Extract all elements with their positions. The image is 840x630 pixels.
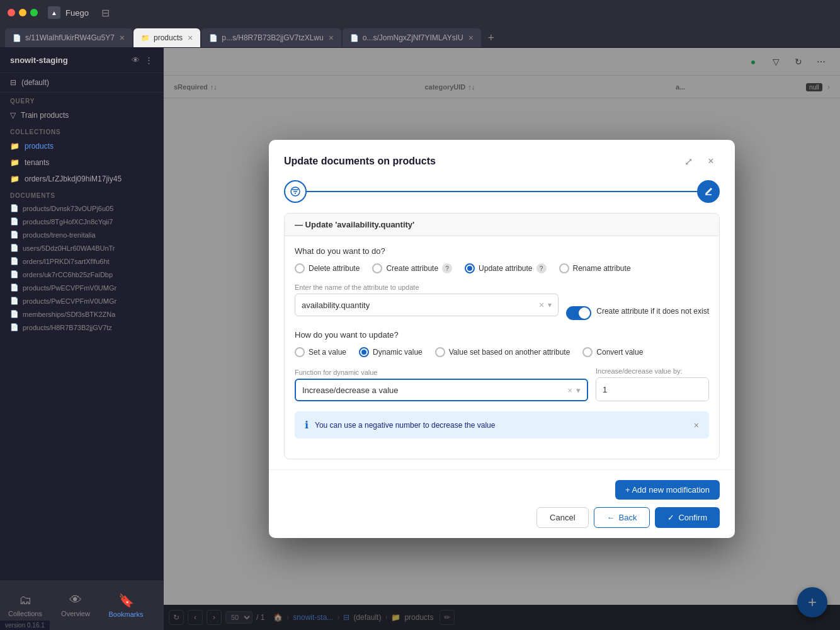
doc-item-5[interactable]: 📄 orders/uk7rCC6hb25zFaiDbp: [0, 268, 163, 281]
mod-card-body: What do you want to do? Delete attribute…: [285, 236, 719, 459]
increase-value-input[interactable]: [596, 378, 709, 401]
doc-item-9[interactable]: 📄 products/H8R7B73B2jjGV7tz: [0, 321, 163, 334]
radio-convert[interactable]: Convert value: [582, 347, 643, 357]
sidebar-item-orders[interactable]: 📁 orders/LrZJbkdj09hiM17jiy45: [0, 171, 163, 187]
create-attr-toggle[interactable]: [566, 306, 591, 320]
sidebar-item-products[interactable]: 📁 products: [0, 138, 163, 154]
select-dropdown-icon[interactable]: ▾: [576, 386, 581, 395]
increase-label: Increase/decrease value by:: [596, 367, 709, 375]
doc-item-7[interactable]: 📄 products/PwECVPFmV0UMGr: [0, 294, 163, 307]
database-label: (default): [21, 78, 49, 87]
sidebar-header: snowit-staging 👁 ⋮: [0, 48, 163, 73]
sidebar-item-tenants[interactable]: 📁 tenants: [0, 154, 163, 171]
tab-3-close[interactable]: ×: [329, 33, 334, 43]
doc-icon-5: 📄: [10, 270, 19, 278]
modal-close-btn[interactable]: ×: [702, 152, 720, 170]
add-modification-button[interactable]: + Add new modification: [615, 480, 720, 500]
attr-input-group: availability.quantity × ▾: [295, 294, 709, 320]
tab-2-label: products: [154, 33, 183, 42]
eye-icon[interactable]: 👁: [132, 55, 140, 65]
radio-set-label: Set a value: [309, 348, 346, 357]
radio-create[interactable]: Create attribute ?: [372, 263, 452, 273]
radio-rename-label: Rename attribute: [573, 264, 631, 273]
bottom-nav-bookmarks[interactable]: 🔖 Bookmarks: [101, 588, 151, 623]
radio-delete[interactable]: Delete attribute: [295, 263, 360, 273]
tab-2[interactable]: 📁 products ×: [133, 28, 200, 47]
orders-label: orders/LrZJbkdj09hiM17jiy45: [25, 175, 122, 183]
tab-3[interactable]: 📄 p...s/H8R7B73B2jjGV7tzXLwu ×: [201, 28, 341, 47]
doc-item-8[interactable]: 📄 memberships/SDf3sBTK2ZNa: [0, 307, 163, 321]
confirm-btn-label: Confirm: [678, 513, 707, 522]
doc-item-6[interactable]: 📄 products/PwECVPFmV0UMGr: [0, 281, 163, 294]
folder-icon-products: 📁: [10, 142, 20, 151]
select-clear-icon[interactable]: ×: [567, 386, 572, 395]
modal-expand-btn[interactable]: ⤢: [679, 152, 697, 170]
modification-card: — Update 'availability.quantity' What do…: [284, 213, 720, 459]
tab-1[interactable]: 📄 s/11WlaIhfUkirRW4Gu5Y7 ×: [5, 28, 132, 47]
bottom-nav-overview[interactable]: 👁 Overview: [50, 588, 101, 622]
radio-create-circle: [372, 263, 382, 273]
radio-set[interactable]: Set a value: [295, 347, 346, 357]
documents-section-label: DOCUMENTS: [0, 187, 163, 202]
sidebar: snowit-staging 👁 ⋮ ⊟ (default) QUERY ▽ T…: [0, 48, 164, 630]
confirm-check-icon: ✓: [667, 513, 674, 522]
collections-section-label: COLLECTIONS: [0, 123, 163, 138]
tab-doc-icon: 📄: [13, 34, 21, 42]
attr-clear-btn[interactable]: ×: [539, 300, 544, 310]
tab-4[interactable]: 📄 o...s/JomNgxZjNf7YIMLAYsIU ×: [343, 28, 481, 47]
doc-label-8: memberships/SDf3sBTK2ZNa: [23, 311, 115, 318]
radio-value-set[interactable]: Value set based on another attribute: [435, 347, 570, 357]
modal-overlay: Update documents on products ⤢ ×: [164, 48, 840, 630]
mod-card-title: — Update 'availability.quantity': [295, 220, 414, 229]
toggle-label: Create attribute if it does not exist: [596, 306, 709, 317]
bottom-nav-collections[interactable]: 🗂 Collections: [0, 588, 50, 622]
content-area: ● ▽ ↻ ⋯ sRequired ↑↓ categoryUID ↑↓ a...…: [164, 48, 840, 630]
close-button[interactable]: [8, 9, 15, 16]
action-radio-group: Delete attribute Create attribute ? Upda: [295, 263, 709, 273]
folder-icon-tenants: 📁: [10, 158, 20, 167]
doc-icon-3: 📄: [10, 244, 19, 252]
traffic-lights: [8, 9, 38, 16]
step-1-circle[interactable]: [284, 180, 307, 203]
database-item[interactable]: ⊟ (default): [0, 73, 163, 93]
cancel-button[interactable]: Cancel: [536, 507, 588, 528]
new-tab-button[interactable]: +: [482, 28, 500, 47]
back-button[interactable]: ← Back: [594, 507, 650, 528]
footer-actions: Cancel ← Back ✓ Confirm: [284, 507, 720, 528]
database-icon: ⊟: [10, 78, 16, 87]
step-2-circle[interactable]: [697, 180, 720, 203]
dynamic-value-row: Function for dynamic value Increase/decr…: [295, 367, 709, 401]
info-close-btn[interactable]: ×: [694, 420, 699, 430]
update-help-icon[interactable]: ?: [536, 263, 547, 273]
overview-nav-icon: 👁: [69, 593, 82, 607]
radio-value-set-label: Value set based on another attribute: [449, 348, 570, 357]
doc-item-0[interactable]: 📄 products/Dvnsk73vOUPj6u05: [0, 202, 163, 215]
doc-item-3[interactable]: 📄 users/5Ddz0HLr60WA4BUnTr: [0, 241, 163, 255]
radio-update[interactable]: Update attribute ?: [465, 263, 546, 273]
doc-label-7: products/PwECVPFmV0UMGr: [23, 297, 116, 305]
doc-icon-7: 📄: [10, 297, 19, 305]
train-products-item[interactable]: ▽ Train products: [0, 107, 163, 123]
radio-rename[interactable]: Rename attribute: [559, 263, 631, 273]
tab-2-close[interactable]: ×: [188, 33, 193, 43]
radio-delete-circle: [295, 263, 305, 273]
maximize-button[interactable]: [30, 9, 38, 16]
modal-header-buttons: ⤢ ×: [679, 152, 720, 170]
tab-1-close[interactable]: ×: [120, 33, 125, 43]
create-help-icon[interactable]: ?: [442, 263, 452, 273]
attr-dropdown-btn[interactable]: ▾: [548, 301, 552, 309]
doc-item-1[interactable]: 📄 products/8TgHofXCJn8cYqii7: [0, 215, 163, 228]
doc-item-4[interactable]: 📄 orders/l1PRKDi7sartXflfu6ht: [0, 255, 163, 268]
confirm-button[interactable]: ✓ Confirm: [655, 507, 720, 528]
function-select[interactable]: Increase/decrease a value × ▾: [295, 379, 588, 401]
sidebar-toggle-icon[interactable]: ⊟: [101, 7, 110, 19]
more-icon[interactable]: ⋮: [145, 55, 153, 65]
attr-input-field[interactable]: availability.quantity × ▾: [295, 294, 559, 316]
doc-icon-8: 📄: [10, 310, 19, 318]
tab-3-label: p...s/H8R7B73B2jjGV7tzXLwu: [222, 33, 323, 42]
doc-icon-4: 📄: [10, 257, 19, 265]
radio-dynamic[interactable]: Dynamic value: [359, 347, 423, 357]
minimize-button[interactable]: [19, 9, 26, 16]
tab-4-close[interactable]: ×: [468, 33, 474, 43]
doc-item-2[interactable]: 📄 products/treno-trenitalia: [0, 228, 163, 241]
